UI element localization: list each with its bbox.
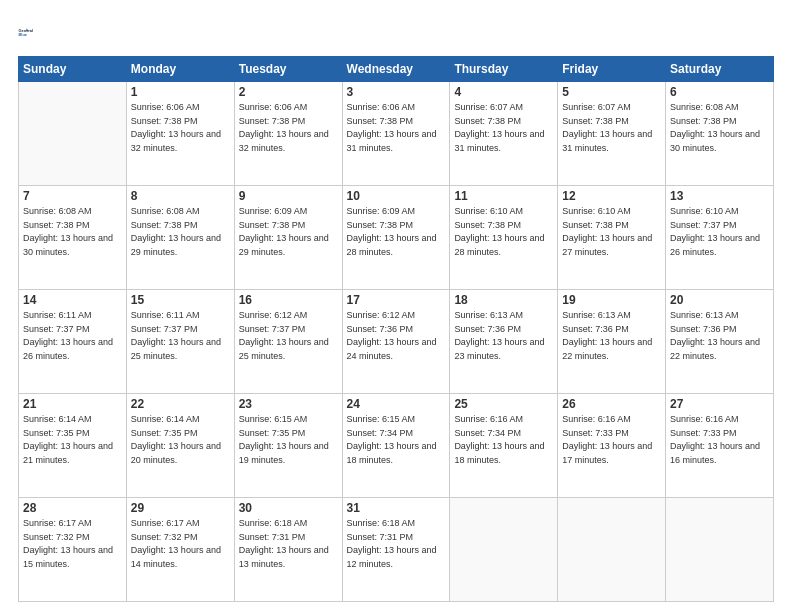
svg-text:Blue: Blue: [19, 32, 28, 37]
calendar-table: SundayMondayTuesdayWednesdayThursdayFrid…: [18, 56, 774, 602]
day-info: Sunrise: 6:17 AMSunset: 7:32 PMDaylight:…: [23, 517, 122, 571]
calendar-cell: 10Sunrise: 6:09 AMSunset: 7:38 PMDayligh…: [342, 186, 450, 290]
day-number: 12: [562, 189, 661, 203]
day-info: Sunrise: 6:16 AMSunset: 7:33 PMDaylight:…: [670, 413, 769, 467]
calendar-header-row: SundayMondayTuesdayWednesdayThursdayFrid…: [19, 57, 774, 82]
calendar-week-row: 14Sunrise: 6:11 AMSunset: 7:37 PMDayligh…: [19, 290, 774, 394]
day-number: 6: [670, 85, 769, 99]
day-info: Sunrise: 6:06 AMSunset: 7:38 PMDaylight:…: [239, 101, 338, 155]
day-number: 14: [23, 293, 122, 307]
calendar-cell: 15Sunrise: 6:11 AMSunset: 7:37 PMDayligh…: [126, 290, 234, 394]
calendar-cell: 20Sunrise: 6:13 AMSunset: 7:36 PMDayligh…: [666, 290, 774, 394]
day-info: Sunrise: 6:18 AMSunset: 7:31 PMDaylight:…: [347, 517, 446, 571]
calendar-cell: 8Sunrise: 6:08 AMSunset: 7:38 PMDaylight…: [126, 186, 234, 290]
header: General Blue: [18, 18, 774, 46]
calendar-cell: 17Sunrise: 6:12 AMSunset: 7:36 PMDayligh…: [342, 290, 450, 394]
day-number: 28: [23, 501, 122, 515]
day-number: 20: [670, 293, 769, 307]
day-info: Sunrise: 6:07 AMSunset: 7:38 PMDaylight:…: [562, 101, 661, 155]
day-number: 31: [347, 501, 446, 515]
day-number: 2: [239, 85, 338, 99]
calendar-week-row: 21Sunrise: 6:14 AMSunset: 7:35 PMDayligh…: [19, 394, 774, 498]
calendar-cell: 9Sunrise: 6:09 AMSunset: 7:38 PMDaylight…: [234, 186, 342, 290]
weekday-header: Sunday: [19, 57, 127, 82]
calendar-cell: 13Sunrise: 6:10 AMSunset: 7:37 PMDayligh…: [666, 186, 774, 290]
weekday-header: Monday: [126, 57, 234, 82]
day-info: Sunrise: 6:06 AMSunset: 7:38 PMDaylight:…: [131, 101, 230, 155]
day-number: 24: [347, 397, 446, 411]
day-number: 22: [131, 397, 230, 411]
day-number: 13: [670, 189, 769, 203]
calendar-cell: [450, 498, 558, 602]
calendar-cell: 16Sunrise: 6:12 AMSunset: 7:37 PMDayligh…: [234, 290, 342, 394]
calendar-cell: 6Sunrise: 6:08 AMSunset: 7:38 PMDaylight…: [666, 82, 774, 186]
calendar-cell: 27Sunrise: 6:16 AMSunset: 7:33 PMDayligh…: [666, 394, 774, 498]
calendar-cell: 2Sunrise: 6:06 AMSunset: 7:38 PMDaylight…: [234, 82, 342, 186]
calendar-cell: [19, 82, 127, 186]
calendar-cell: 7Sunrise: 6:08 AMSunset: 7:38 PMDaylight…: [19, 186, 127, 290]
calendar-cell: 22Sunrise: 6:14 AMSunset: 7:35 PMDayligh…: [126, 394, 234, 498]
calendar-cell: 5Sunrise: 6:07 AMSunset: 7:38 PMDaylight…: [558, 82, 666, 186]
day-number: 10: [347, 189, 446, 203]
calendar-cell: 26Sunrise: 6:16 AMSunset: 7:33 PMDayligh…: [558, 394, 666, 498]
day-info: Sunrise: 6:13 AMSunset: 7:36 PMDaylight:…: [670, 309, 769, 363]
day-number: 5: [562, 85, 661, 99]
calendar-week-row: 7Sunrise: 6:08 AMSunset: 7:38 PMDaylight…: [19, 186, 774, 290]
day-number: 16: [239, 293, 338, 307]
day-info: Sunrise: 6:08 AMSunset: 7:38 PMDaylight:…: [670, 101, 769, 155]
day-info: Sunrise: 6:13 AMSunset: 7:36 PMDaylight:…: [454, 309, 553, 363]
logo: General Blue: [18, 18, 46, 46]
day-info: Sunrise: 6:15 AMSunset: 7:34 PMDaylight:…: [347, 413, 446, 467]
day-info: Sunrise: 6:11 AMSunset: 7:37 PMDaylight:…: [131, 309, 230, 363]
day-info: Sunrise: 6:10 AMSunset: 7:38 PMDaylight:…: [562, 205, 661, 259]
calendar-week-row: 1Sunrise: 6:06 AMSunset: 7:38 PMDaylight…: [19, 82, 774, 186]
calendar-cell: 14Sunrise: 6:11 AMSunset: 7:37 PMDayligh…: [19, 290, 127, 394]
calendar-cell: 24Sunrise: 6:15 AMSunset: 7:34 PMDayligh…: [342, 394, 450, 498]
day-info: Sunrise: 6:08 AMSunset: 7:38 PMDaylight:…: [23, 205, 122, 259]
calendar-cell: 23Sunrise: 6:15 AMSunset: 7:35 PMDayligh…: [234, 394, 342, 498]
day-info: Sunrise: 6:16 AMSunset: 7:34 PMDaylight:…: [454, 413, 553, 467]
calendar-cell: 4Sunrise: 6:07 AMSunset: 7:38 PMDaylight…: [450, 82, 558, 186]
day-info: Sunrise: 6:06 AMSunset: 7:38 PMDaylight:…: [347, 101, 446, 155]
calendar-cell: 30Sunrise: 6:18 AMSunset: 7:31 PMDayligh…: [234, 498, 342, 602]
day-number: 3: [347, 85, 446, 99]
calendar-cell: 31Sunrise: 6:18 AMSunset: 7:31 PMDayligh…: [342, 498, 450, 602]
page: General Blue SundayMondayTuesdayWednesda…: [0, 0, 792, 612]
day-info: Sunrise: 6:07 AMSunset: 7:38 PMDaylight:…: [454, 101, 553, 155]
day-number: 9: [239, 189, 338, 203]
day-number: 26: [562, 397, 661, 411]
weekday-header: Saturday: [666, 57, 774, 82]
day-number: 1: [131, 85, 230, 99]
day-number: 15: [131, 293, 230, 307]
logo-icon: General Blue: [18, 18, 46, 46]
day-number: 27: [670, 397, 769, 411]
day-number: 8: [131, 189, 230, 203]
calendar-cell: 19Sunrise: 6:13 AMSunset: 7:36 PMDayligh…: [558, 290, 666, 394]
day-number: 4: [454, 85, 553, 99]
day-number: 11: [454, 189, 553, 203]
day-info: Sunrise: 6:14 AMSunset: 7:35 PMDaylight:…: [23, 413, 122, 467]
calendar-cell: 11Sunrise: 6:10 AMSunset: 7:38 PMDayligh…: [450, 186, 558, 290]
calendar-cell: 3Sunrise: 6:06 AMSunset: 7:38 PMDaylight…: [342, 82, 450, 186]
day-number: 19: [562, 293, 661, 307]
day-info: Sunrise: 6:13 AMSunset: 7:36 PMDaylight:…: [562, 309, 661, 363]
day-number: 7: [23, 189, 122, 203]
weekday-header: Thursday: [450, 57, 558, 82]
calendar-week-row: 28Sunrise: 6:17 AMSunset: 7:32 PMDayligh…: [19, 498, 774, 602]
day-info: Sunrise: 6:12 AMSunset: 7:36 PMDaylight:…: [347, 309, 446, 363]
day-info: Sunrise: 6:09 AMSunset: 7:38 PMDaylight:…: [239, 205, 338, 259]
weekday-header: Wednesday: [342, 57, 450, 82]
day-info: Sunrise: 6:17 AMSunset: 7:32 PMDaylight:…: [131, 517, 230, 571]
calendar-cell: 12Sunrise: 6:10 AMSunset: 7:38 PMDayligh…: [558, 186, 666, 290]
day-info: Sunrise: 6:14 AMSunset: 7:35 PMDaylight:…: [131, 413, 230, 467]
day-info: Sunrise: 6:12 AMSunset: 7:37 PMDaylight:…: [239, 309, 338, 363]
calendar-cell: 29Sunrise: 6:17 AMSunset: 7:32 PMDayligh…: [126, 498, 234, 602]
calendar-cell: 28Sunrise: 6:17 AMSunset: 7:32 PMDayligh…: [19, 498, 127, 602]
weekday-header: Tuesday: [234, 57, 342, 82]
day-number: 18: [454, 293, 553, 307]
day-number: 25: [454, 397, 553, 411]
weekday-header: Friday: [558, 57, 666, 82]
day-number: 30: [239, 501, 338, 515]
day-number: 23: [239, 397, 338, 411]
day-info: Sunrise: 6:09 AMSunset: 7:38 PMDaylight:…: [347, 205, 446, 259]
